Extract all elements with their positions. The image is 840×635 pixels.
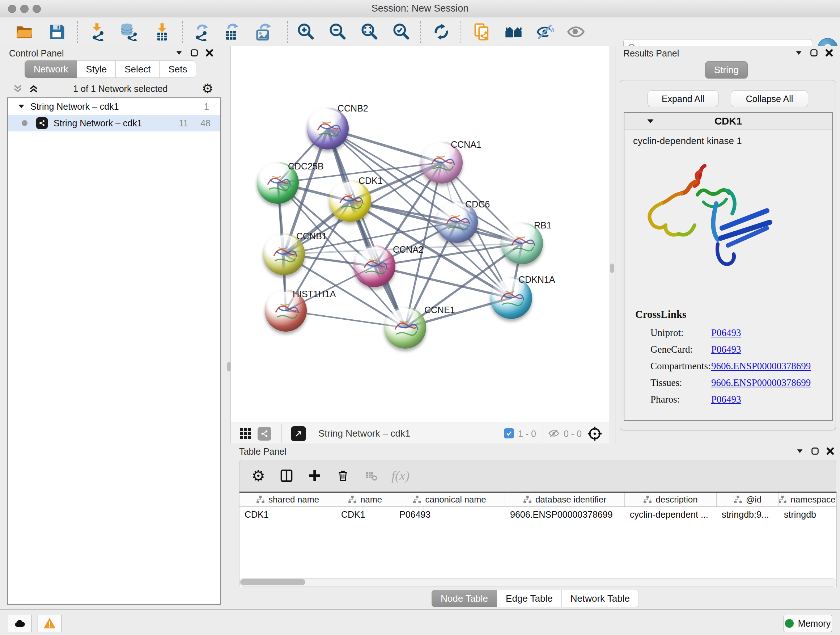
hide-selected-button[interactable] [535,22,555,42]
export-network-button[interactable] [191,22,211,42]
show-all-button[interactable] [566,22,586,42]
birdseye-crosshair-icon[interactable] [587,426,603,442]
refresh-button[interactable] [431,22,452,42]
new-network-from-selection-button[interactable] [472,22,493,42]
left-splitter-handle[interactable] [227,362,231,371]
cloud-button[interactable] [8,615,32,632]
crosslink-link[interactable]: P06493 [711,327,741,339]
first-neighbors-button[interactable] [504,22,524,42]
table-cell[interactable]: 9606.ENSP00000378699 [505,507,625,522]
crosslink-link[interactable]: 9606.ENSP00000378699 [711,377,811,388]
open-session-button[interactable] [14,22,35,42]
table-panel-controls [795,447,835,456]
selected-checkbox-icon[interactable] [504,428,514,439]
column-header-name[interactable]: name [336,493,394,507]
collapse-panel-icon[interactable] [794,48,804,57]
column-type-icon [779,495,787,504]
right-splitter-handle[interactable] [610,264,614,273]
column-header--id[interactable]: @id [717,493,779,507]
show-columns-icon[interactable] [279,468,294,484]
tab-network-table[interactable]: Network Table [562,590,639,607]
memory-button[interactable]: Memory [783,615,832,632]
column-header-shared-name[interactable]: shared name [240,493,336,507]
node-details-box: CDK1 cyclin-dependent kinase 1 [624,112,833,421]
add-column-icon[interactable] [307,468,323,484]
network-node-CCNA2[interactable] [354,245,395,287]
network-options-gear-icon[interactable]: ⚙ [202,82,213,95]
float-panel-icon[interactable] [810,447,820,456]
table-cell[interactable]: cyclin-dependent ... [625,507,717,522]
network-share-icon[interactable] [257,427,271,440]
collapse-all-button[interactable]: Collapse All [731,90,808,107]
import-network-database-button[interactable] [118,22,139,42]
delete-column-icon[interactable] [335,468,351,484]
table-cell[interactable]: stringdb [779,507,835,522]
collapse-panel-icon[interactable] [174,48,184,57]
entry-collapse-icon[interactable] [646,117,655,126]
import-table-button[interactable] [152,22,172,42]
export-image-button[interactable] [253,22,273,42]
zoom-fit-button[interactable] [359,22,379,42]
grid-view-icon[interactable] [239,427,252,440]
column-type-icon [734,495,742,504]
crosslink-link[interactable]: P06493 [711,344,741,355]
crosslink-row: Tissues:9606.ENSP00000378699 [651,377,824,388]
column-header-canonical-name[interactable]: canonical name [394,493,505,507]
table-horizontal-scrollbar[interactable] [239,578,837,587]
warnings-button[interactable] [38,615,62,632]
tab-string[interactable]: String [705,61,748,79]
collapse-all-networks-icon[interactable] [28,83,39,94]
network-node-CCNB2[interactable] [307,108,349,149]
expand-all-networks-icon[interactable] [12,83,23,94]
import-network-file-button[interactable] [88,22,108,42]
table-options-gear-icon[interactable]: ⚙ [250,468,266,484]
network-node-CCNE1[interactable] [384,307,426,348]
column-header-description[interactable]: description [625,493,717,507]
collapse-panel-icon[interactable] [795,447,805,456]
crosslink-row: Compartments:9606.ENSP00000378699 [651,361,824,372]
tree-expanded-icon[interactable] [17,103,25,111]
results-panel: Results Panel String Expand All Collapse… [615,46,840,443]
current-network-dot [22,120,27,126]
memory-label: Memory [798,618,831,629]
zoom-selected-button[interactable] [391,22,411,42]
crosslink-label: Uniprot: [651,327,684,338]
column-header-database-identifier[interactable]: database identifier [505,493,625,507]
export-table-button[interactable] [221,22,242,42]
zoom-in-button[interactable] [295,22,316,42]
column-header-label: name [360,494,382,505]
table-cell[interactable]: CDK1 [240,507,336,522]
table-cell[interactable]: stringdb:9... [717,507,779,522]
node-details-header[interactable]: CDK1 [624,113,832,130]
table-toolbar: ⚙ f(x) [239,460,836,492]
float-panel-icon[interactable] [809,48,819,57]
close-panel-icon[interactable] [824,48,834,57]
tab-sets[interactable]: Sets [159,60,196,78]
zoom-out-icon [328,22,347,41]
network-row-selected[interactable]: String Network – cdk1 11 48 [8,115,220,131]
save-session-button[interactable] [47,22,67,42]
close-panel-icon[interactable] [826,447,835,456]
float-panel-icon[interactable] [189,48,199,57]
crosslink-link[interactable]: 9606.ENSP00000378699 [711,361,811,372]
zoom-out-button[interactable] [327,22,347,42]
column-header-label: shared name [268,494,319,505]
close-panel-icon[interactable] [205,48,214,57]
table-row[interactable]: CDK1CDK1P064939606.ENSP00000378699cyclin… [240,507,836,522]
tab-node-table[interactable]: Node Table [431,590,497,607]
tab-style[interactable]: Style [77,60,116,78]
tab-edge-table[interactable]: Edge Table [497,590,562,607]
detach-view-icon[interactable] [291,426,306,441]
scrollbar-thumb[interactable] [240,579,305,585]
network-canvas[interactable]: CCNB2CCNA1CDC25BCDK1CDC6RB1CCNB1CCNA2CDK… [231,46,609,422]
network-collection-row[interactable]: String Network – cdk1 1 [8,98,220,115]
crosslink-link[interactable]: P06493 [711,394,741,405]
column-header-namespace[interactable]: namespace [779,493,835,507]
tab-select[interactable]: Select [116,60,159,78]
tab-network[interactable]: Network [25,60,77,78]
network-node-CDK1[interactable] [329,180,371,222]
table-cell[interactable]: CDK1 [336,507,394,522]
table-cell[interactable]: P06493 [394,507,505,522]
entry-gene-name: CDK1 [655,116,802,127]
expand-all-button[interactable]: Expand All [647,90,718,107]
